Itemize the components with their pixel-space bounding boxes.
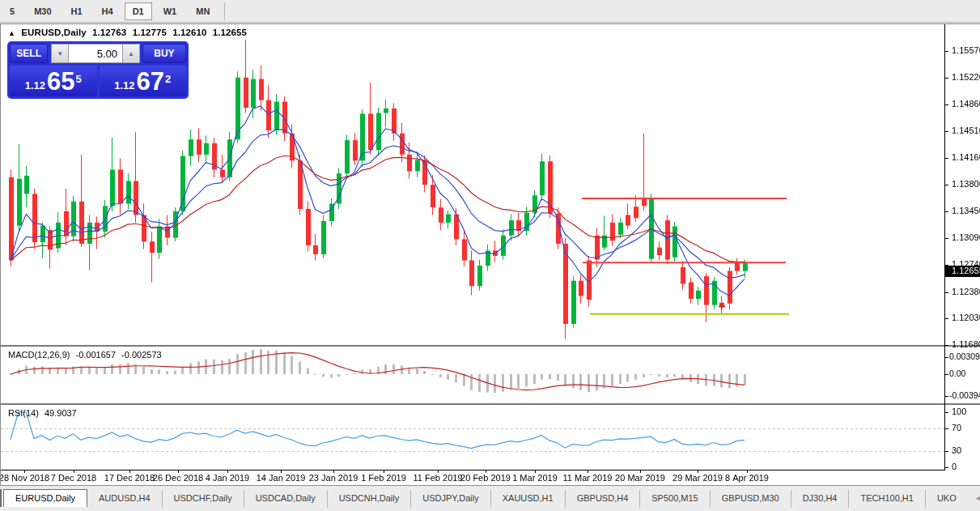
chart-tab-usdchf-daily[interactable]: USDCHF,Daily xyxy=(162,490,244,508)
timeframe-toolbar: 5M30H1H4D1W1MN xyxy=(0,0,980,23)
macd-value: -0.001657 xyxy=(75,350,116,360)
chart-tab-bar: EURUSD,DailyAUDUSD,H4USDCHF,DailyUSDCAD,… xyxy=(0,489,980,511)
ohlc-low: 1.12610 xyxy=(172,28,206,37)
one-click-trade-panel: SELL ▼ ▲ BUY 1.12 65 5 1.12 67 2 xyxy=(7,41,189,99)
collapse-triangle-icon[interactable]: ▲ xyxy=(8,29,15,37)
rsi-value: 49.9037 xyxy=(45,408,77,418)
chart-tab-tech100-h1[interactable]: TECH100,H1 xyxy=(848,490,924,508)
chart-tab-audusd-h4[interactable]: AUDUSD,H4 xyxy=(87,490,162,508)
macd-signal-value: -0.002573 xyxy=(121,350,162,360)
volume-input[interactable] xyxy=(69,44,122,63)
chart-tab-usdcnh-daily[interactable]: USDCNH,Daily xyxy=(327,490,411,508)
chart-symbol-label: EURUSD,Daily xyxy=(21,28,86,37)
sell-price-sup: 5 xyxy=(76,66,82,93)
timeframe-button-h1[interactable]: H1 xyxy=(63,2,91,20)
rsi-name: RSI(14) xyxy=(8,408,39,418)
timeframe-button-h4[interactable]: H4 xyxy=(94,2,121,20)
ohlc-open: 1.12763 xyxy=(92,28,126,37)
chart-tab-gbpusd-h4[interactable]: GBPUSD,H4 xyxy=(565,490,640,508)
chart-tab-usdcad-daily[interactable]: USDCAD,Daily xyxy=(244,490,327,508)
ohlc-high: 1.12775 xyxy=(133,28,167,37)
rsi-indicator-label: RSI(14) 49.9037 xyxy=(8,408,80,418)
ohlc-close: 1.12655 xyxy=(213,28,247,37)
buy-button[interactable]: BUY xyxy=(142,44,186,63)
macd-indicator-label: MACD(12,26,9) -0.001657 -0.002573 xyxy=(8,350,165,360)
chart-tab-xauusd-h1[interactable]: XAUUSD,H1 xyxy=(490,490,565,508)
chart-window: ▲ EURUSD,Daily 1.12763 1.12775 1.12610 1… xyxy=(0,23,980,486)
timeframe-button-mn[interactable]: MN xyxy=(188,2,218,20)
volume-decrease-button[interactable]: ▼ xyxy=(51,44,69,63)
chart-tab-eurusd-daily[interactable]: EURUSD,Daily xyxy=(3,489,87,507)
buy-price-prefix: 1.12 xyxy=(114,78,134,94)
chart-tab-usdjpy-daily[interactable]: USDJPY,Daily xyxy=(410,490,490,508)
timeframe-button-m30[interactable]: M30 xyxy=(26,2,59,20)
chart-tab-sp500-m15[interactable]: SP500,M15 xyxy=(639,490,709,508)
chart-tab-gbpusd-m30[interactable]: GBPUSD,M30 xyxy=(710,490,791,508)
macd-name: MACD(12,26,9) xyxy=(8,350,70,360)
sell-price-prefix: 1.12 xyxy=(25,78,45,94)
tab-fragment[interactable] xyxy=(0,489,2,507)
toolbar-separator xyxy=(224,2,225,20)
timeframe-button-d1[interactable]: D1 xyxy=(125,2,152,20)
sell-price-tile[interactable]: 1.12 65 5 xyxy=(10,66,97,96)
buy-price-big: 67 xyxy=(137,70,164,94)
timeframe-button-w1[interactable]: W1 xyxy=(155,2,185,20)
sell-button[interactable]: SELL xyxy=(10,44,48,63)
chart-ohlc-title: ▲ EURUSD,Daily 1.12763 1.12775 1.12610 1… xyxy=(8,28,250,37)
volume-increase-button[interactable]: ▲ xyxy=(122,44,140,63)
timeframe-button-5[interactable]: 5 xyxy=(2,2,23,20)
buy-price-sup: 2 xyxy=(165,66,171,93)
chart-tab-dj30-h4[interactable]: DJ30,H4 xyxy=(791,490,849,508)
chart-tab-uko[interactable]: UKO xyxy=(925,490,968,508)
buy-price-tile[interactable]: 1.12 67 2 xyxy=(100,66,187,96)
sell-price-big: 65 xyxy=(47,70,74,94)
tabs-scroll-left-icon[interactable]: ◄ xyxy=(971,489,980,502)
